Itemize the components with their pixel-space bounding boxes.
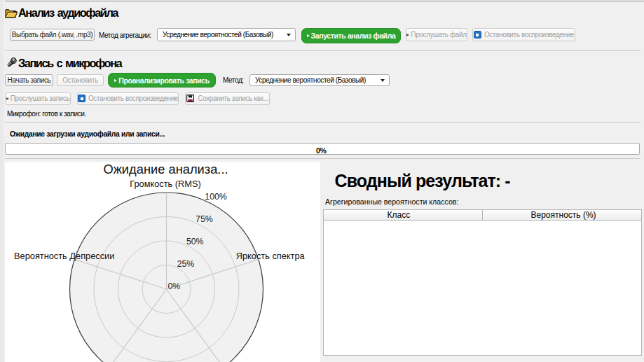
svg-text:Ожидание анализа...: Ожидание анализа... bbox=[103, 162, 228, 176]
svg-text:Яркость спектра: Яркость спектра bbox=[236, 251, 306, 261]
svg-text:25%: 25% bbox=[177, 259, 195, 269]
svg-text:Громкость (RMS): Громкость (RMS) bbox=[130, 179, 201, 189]
svg-text:75%: 75% bbox=[196, 214, 213, 224]
svg-text:0%: 0% bbox=[168, 281, 181, 291]
svg-text:100%: 100% bbox=[205, 192, 227, 202]
svg-text:50%: 50% bbox=[186, 237, 204, 246]
svg-text:Вероятность Депрессии: Вероятность Депрессии bbox=[14, 251, 114, 261]
